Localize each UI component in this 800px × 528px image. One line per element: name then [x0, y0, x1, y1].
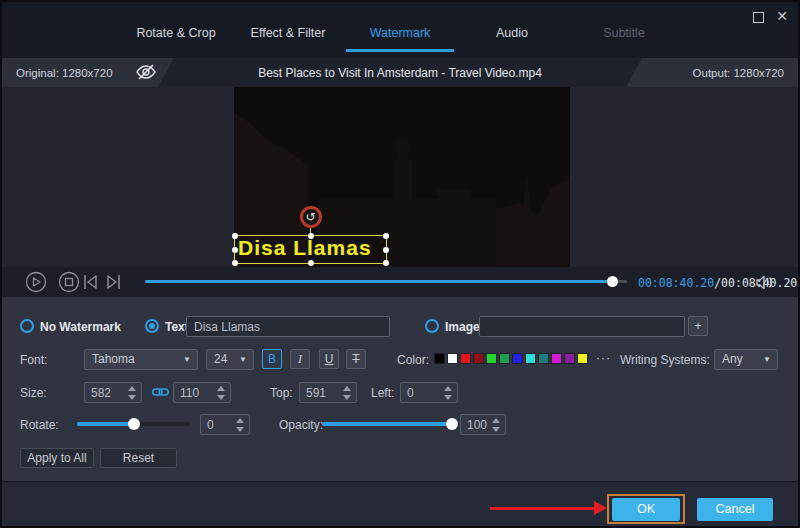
resize-handle[interactable]: [308, 260, 314, 266]
play-icon[interactable]: [25, 271, 47, 293]
resize-handle[interactable]: [383, 260, 389, 266]
stepper-up-icon[interactable]: [492, 418, 500, 423]
resize-handle[interactable]: [232, 247, 238, 253]
tabs: Rotate & Crop Effect & Filter Watermark …: [120, 20, 680, 52]
image-watermark-radio[interactable]: [425, 319, 439, 333]
volume-icon[interactable]: [755, 274, 775, 291]
previous-frame-icon[interactable]: [82, 274, 104, 296]
stop-icon[interactable]: [58, 271, 80, 293]
resize-handle[interactable]: [232, 233, 238, 239]
video-file-title: Best Places to Visit In Amsterdam - Trav…: [174, 58, 626, 87]
opacity-value: 100: [467, 418, 487, 432]
no-watermark-label: No Watermark: [40, 320, 121, 334]
ok-button[interactable]: OK: [612, 498, 680, 521]
stepper-up-icon[interactable]: [217, 386, 225, 391]
rotate-label: Rotate:: [20, 418, 59, 432]
window-controls: ✕: [753, 9, 788, 23]
watermark-image-input[interactable]: [479, 316, 685, 337]
opacity-stepper[interactable]: 100: [460, 414, 506, 435]
rotate-stepper[interactable]: 0: [200, 414, 250, 435]
color-swatch[interactable]: [447, 353, 458, 364]
tab-rotate-crop[interactable]: Rotate & Crop: [120, 20, 232, 52]
current-time: 00:08:40.20: [638, 276, 714, 290]
playback-bar: 00:08:40.20/00:08:40.20: [2, 267, 798, 297]
stepper-down-icon[interactable]: [236, 427, 244, 432]
underline-button[interactable]: U: [319, 349, 339, 369]
opacity-slider[interactable]: [322, 422, 452, 426]
no-watermark-radio[interactable]: [20, 319, 34, 333]
text-watermark-radio[interactable]: [145, 319, 159, 333]
stepper-up-icon[interactable]: [128, 386, 136, 391]
watermark-selection-box[interactable]: ↺ Disa Llamas: [234, 235, 387, 264]
color-swatch[interactable]: [434, 353, 445, 364]
left-label: Left:: [371, 386, 394, 400]
stepper-down-icon[interactable]: [217, 395, 225, 400]
maximize-icon[interactable]: [753, 12, 764, 23]
stepper-down-icon[interactable]: [444, 395, 452, 400]
strikethrough-button[interactable]: T: [346, 349, 366, 369]
image-watermark-label: Image: [445, 320, 480, 334]
size-position-row: Size: 582 110 Top: 591 Left: 0: [2, 382, 798, 404]
stepper-up-icon[interactable]: [236, 418, 244, 423]
opacity-slider-thumb[interactable]: [446, 418, 458, 430]
width-stepper[interactable]: 582: [84, 382, 142, 403]
tab-audio[interactable]: Audio: [456, 20, 568, 52]
resize-handle[interactable]: [308, 233, 314, 239]
font-size-value: 24: [214, 352, 227, 366]
font-size-select[interactable]: 24▼: [206, 349, 254, 370]
next-frame-icon[interactable]: [104, 274, 126, 296]
panel-actions-row: Apply to All Reset: [2, 448, 798, 470]
progress-slider[interactable]: [145, 280, 627, 283]
stepper-up-icon[interactable]: [444, 386, 452, 391]
lock-aspect-link-icon[interactable]: [152, 385, 169, 399]
resize-handle[interactable]: [383, 247, 389, 253]
width-value: 582: [91, 386, 111, 400]
preview-compare-eye-icon[interactable]: [134, 62, 158, 82]
height-stepper[interactable]: 110: [173, 382, 231, 403]
add-image-button[interactable]: +: [688, 316, 708, 336]
reset-button[interactable]: Reset: [100, 448, 177, 468]
tab-effect-filter[interactable]: Effect & Filter: [232, 20, 344, 52]
progress-thumb[interactable]: [607, 276, 618, 287]
color-swatch[interactable]: [538, 353, 549, 364]
rotate-slider[interactable]: [77, 422, 191, 426]
color-swatch[interactable]: [460, 353, 471, 364]
tab-subtitle[interactable]: Subtitle: [568, 20, 680, 52]
writing-systems-select[interactable]: Any▼: [714, 349, 778, 370]
top-stepper[interactable]: 591: [299, 382, 357, 403]
cancel-button[interactable]: Cancel: [697, 498, 773, 521]
info-strip: Original: 1280x720 Best Places to Visit …: [2, 58, 798, 87]
bold-button[interactable]: B: [262, 349, 282, 369]
left-value: 0: [407, 386, 414, 400]
rotate-handle-icon[interactable]: ↺: [300, 206, 322, 228]
left-stepper[interactable]: 0: [400, 382, 458, 403]
color-swatch[interactable]: [486, 353, 497, 364]
font-label: Font:: [20, 353, 47, 367]
color-swatch[interactable]: [473, 353, 484, 364]
apply-to-all-button[interactable]: Apply to All: [20, 448, 94, 468]
color-swatch[interactable]: [512, 353, 523, 364]
stepper-down-icon[interactable]: [128, 395, 136, 400]
height-value: 110: [180, 386, 199, 400]
color-swatch[interactable]: [551, 353, 562, 364]
stepper-down-icon[interactable]: [492, 427, 500, 432]
font-family-select[interactable]: Tahoma▼: [84, 349, 198, 370]
top-label: Top:: [270, 386, 293, 400]
watermark-text-input[interactable]: [186, 316, 390, 337]
watermark-text-overlay[interactable]: Disa Llamas: [238, 236, 372, 260]
color-swatch[interactable]: [564, 353, 575, 364]
color-swatch[interactable]: [577, 353, 588, 364]
resize-handle[interactable]: [383, 233, 389, 239]
top-value: 591: [306, 386, 326, 400]
color-swatch[interactable]: [499, 353, 510, 364]
color-swatch[interactable]: [525, 353, 536, 364]
rotate-slider-thumb[interactable]: [128, 418, 140, 430]
tab-watermark[interactable]: Watermark: [344, 20, 456, 52]
resize-handle[interactable]: [232, 260, 238, 266]
stepper-down-icon[interactable]: [343, 395, 351, 400]
watermark-editor-window: Rotate & Crop Effect & Filter Watermark …: [0, 0, 800, 528]
stepper-up-icon[interactable]: [343, 386, 351, 391]
close-icon[interactable]: ✕: [776, 9, 788, 23]
italic-button[interactable]: I: [290, 349, 310, 369]
more-colors-button[interactable]: ···: [596, 351, 611, 365]
